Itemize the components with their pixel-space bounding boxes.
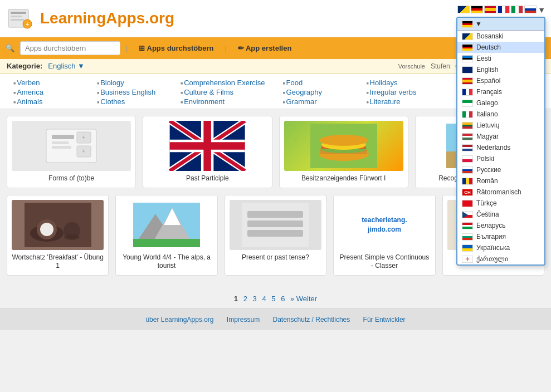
- page-4[interactable]: 4: [262, 295, 266, 303]
- cat-item-holidays[interactable]: Holidays: [366, 78, 432, 87]
- page-5[interactable]: 5: [271, 295, 275, 303]
- card-label-alps: Young World 4/4 - The alps, a tourist: [120, 253, 212, 271]
- card-img-teacher: teacherletang.jimdo.com: [338, 200, 430, 250]
- cat-item-america[interactable]: America: [13, 87, 79, 97]
- svg-rect-8: [52, 135, 74, 139]
- svg-point-40: [40, 223, 53, 236]
- svg-rect-23: [170, 142, 245, 150]
- lang-item-it[interactable]: Italiano: [457, 109, 544, 120]
- cat-item-business-english[interactable]: Business English: [97, 87, 163, 97]
- lang-item-ka[interactable]: ✛ ქართული: [457, 253, 544, 264]
- svg-text:+: +: [26, 21, 29, 27]
- footer-datenschutz[interactable]: Datenschutz / Rechtliches: [273, 316, 350, 324]
- svg-rect-10: [52, 146, 71, 149]
- lang-item-gl[interactable]: Galego: [457, 97, 544, 109]
- flag-it: [462, 111, 473, 118]
- lang-item-de[interactable]: Deutsch: [457, 42, 544, 53]
- cat-item-food[interactable]: Food: [282, 78, 348, 87]
- svg-rect-1: [11, 12, 26, 14]
- lang-item-bs[interactable]: Bosanski: [457, 31, 544, 42]
- card-present-simple[interactable]: teacherletang.jimdo.com Present Simple v…: [333, 195, 435, 276]
- category-value[interactable]: Englisch ▼: [48, 62, 85, 70]
- create-button[interactable]: ✏ App erstellen: [232, 42, 298, 55]
- flag-bs: [462, 33, 473, 40]
- lang-item-pl[interactable]: Polski: [457, 153, 544, 164]
- cat-item-geography[interactable]: Geography: [282, 87, 348, 97]
- flag-fr: [462, 89, 473, 96]
- flag-tr: [462, 200, 473, 207]
- flag-rm: CH: [462, 189, 473, 196]
- browse-button[interactable]: ⊞ Apps durchstöbern: [133, 42, 219, 55]
- cat-item-grammar[interactable]: Grammar: [282, 97, 348, 106]
- svg-text:+: +: [82, 148, 85, 154]
- lang-item-uk[interactable]: Українська: [457, 242, 544, 253]
- cat-item-irregular[interactable]: Irregular verbs: [366, 87, 432, 97]
- flag-gl: [462, 100, 473, 107]
- cat-item-culture[interactable]: Culture & Films: [181, 87, 265, 97]
- logo-title: LearningApps.org: [40, 9, 174, 27]
- page-6[interactable]: 6: [281, 295, 285, 303]
- cat-item-verben[interactable]: Verben: [13, 78, 79, 87]
- cat-item-literature[interactable]: Literature: [366, 97, 432, 106]
- pagination: 1 2 3 4 5 6 » Weiter: [0, 289, 551, 308]
- footer-about[interactable]: über LearningApps.org: [145, 316, 213, 324]
- dropdown-current-flag: [462, 21, 473, 28]
- cat-item-environment[interactable]: Environment: [181, 97, 265, 106]
- svg-rect-50: [247, 220, 303, 227]
- footer-developer[interactable]: Für Entwickler: [363, 316, 406, 324]
- logo-icon: +: [7, 4, 35, 32]
- footer-impressum[interactable]: Impressum: [227, 316, 260, 324]
- card-label-past-participle: Past Participle: [148, 174, 267, 183]
- lang-item-lt[interactable]: Lietuvių: [457, 120, 544, 131]
- lang-item-be[interactable]: Беларусь: [457, 220, 544, 231]
- flag-es: [462, 77, 473, 85]
- flag-et: [462, 55, 473, 62]
- header-flag-it[interactable]: [511, 6, 523, 13]
- header-flag-ru[interactable]: [524, 6, 537, 13]
- lang-item-ru[interactable]: Русские: [457, 164, 544, 175]
- card-alps[interactable]: Young World 4/4 - The alps, a tourist: [115, 195, 217, 276]
- lang-dropdown-arrow[interactable]: ▼: [538, 6, 545, 14]
- header-flag-de[interactable]: [471, 6, 483, 13]
- card-label-besitz: Besitzanzeigendes Fürwort I: [284, 174, 403, 183]
- header-flags: ▼: [457, 6, 545, 14]
- lang-item-fr[interactable]: Français: [457, 86, 544, 97]
- cat-item-comprehension[interactable]: Comprehension Exercise: [181, 78, 265, 87]
- header-flag-bs[interactable]: [457, 6, 470, 13]
- page-3[interactable]: 3: [253, 295, 257, 303]
- card-past-participle[interactable]: Past Participle: [143, 116, 272, 188]
- next-page[interactable]: » Weiter: [290, 295, 317, 303]
- card-forms-tobe[interactable]: + + Forms of (to)be: [7, 116, 136, 188]
- cat-item-animals[interactable]: Animals: [13, 97, 79, 106]
- lang-item-rm[interactable]: CH Rätoromanisch: [457, 187, 544, 198]
- lang-item-tr[interactable]: Türkçe: [457, 198, 544, 209]
- lang-item-et[interactable]: Eesti: [457, 53, 544, 64]
- cat-col-5: Holidays Irregular verbs Literature: [359, 78, 443, 106]
- cat-col-2: Biology Business English Clothes: [90, 78, 174, 106]
- flag-hu: [462, 133, 473, 140]
- header-flag-es[interactable]: [484, 6, 496, 13]
- lang-item-nl[interactable]: Nederlands: [457, 142, 544, 153]
- header-flag-fr[interactable]: [498, 6, 510, 13]
- footer: über LearningApps.org Impressum Datensch…: [0, 308, 551, 330]
- cat-item-biology[interactable]: Biology: [97, 78, 163, 87]
- language-dropdown: ▼ Bosanski Deutsch Eesti English Español…: [456, 17, 545, 266]
- card-besitz[interactable]: Besitzanzeigendes Fürwort I: [279, 116, 408, 188]
- lang-dropdown-header: ▼: [457, 18, 544, 31]
- lang-item-ro[interactable]: Român: [457, 175, 544, 187]
- cat-col-3: Comprehension Exercise Culture & Films E…: [174, 78, 276, 106]
- page-1[interactable]: 1: [234, 295, 238, 303]
- lang-item-bg[interactable]: България: [457, 231, 544, 242]
- card-img-uk: [148, 121, 267, 171]
- lang-item-cs[interactable]: Čeština: [457, 209, 544, 220]
- lang-item-hu[interactable]: Magyar: [457, 131, 544, 142]
- lang-item-es[interactable]: Español: [457, 75, 544, 86]
- card-present-past[interactable]: Present or past tense?: [225, 195, 326, 276]
- search-input[interactable]: [20, 41, 120, 55]
- cat-item-clothes[interactable]: Clothes: [97, 97, 163, 106]
- card-breakfast[interactable]: Wortschatz 'Breakfast' - Übung 1: [7, 195, 109, 276]
- page-2[interactable]: 2: [243, 295, 247, 303]
- card-label-tobe: Forms of (to)be: [12, 174, 131, 183]
- lang-item-en[interactable]: English: [457, 64, 544, 75]
- flag-bg: [462, 233, 473, 241]
